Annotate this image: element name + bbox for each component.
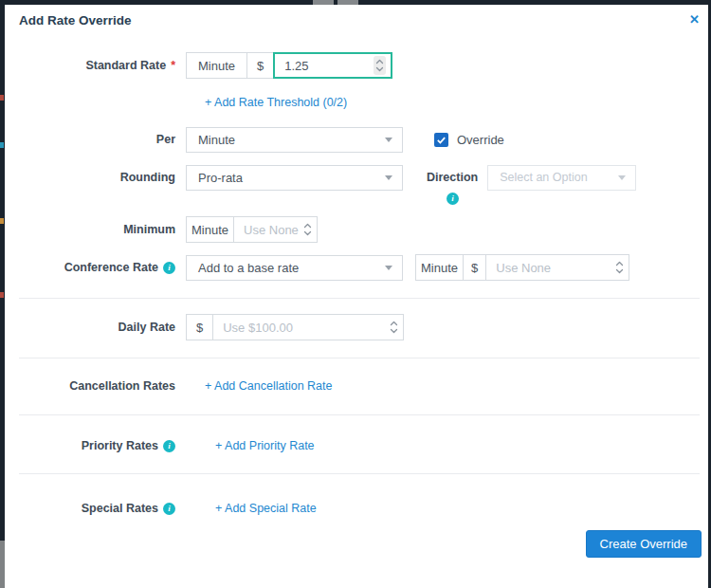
section-divider bbox=[19, 358, 700, 358]
conference-rate-unit-addon: Minute bbox=[416, 255, 464, 280]
section-divider bbox=[19, 473, 700, 474]
conference-rate-mode-select[interactable]: Add to a base rate bbox=[186, 255, 403, 281]
sidebar-fragment bbox=[0, 95, 4, 101]
conference-rate-label: Conference Ratei bbox=[19, 261, 175, 274]
add-special-rate-link[interactable]: + Add Special Rate bbox=[215, 502, 317, 515]
per-select[interactable]: Minute bbox=[186, 127, 403, 153]
sidebar-fragment bbox=[0, 292, 4, 298]
rounding-select[interactable]: Pro-rata bbox=[186, 165, 403, 191]
priority-rates-row: Priority Ratesi + Add Priority Rate bbox=[19, 434, 315, 457]
priority-rates-label: Priority Ratesi bbox=[19, 439, 175, 452]
standard-rate-label: Standard Rate* bbox=[19, 59, 175, 72]
minimum-number-field bbox=[234, 217, 317, 242]
add-rate-override-modal: Add Rate Override ✕ Standard Rate* Minut… bbox=[5, 5, 708, 588]
rounding-row: Rounding Pro-rata Direction Select an Op… bbox=[19, 164, 636, 191]
modal-title: Add Rate Override bbox=[19, 13, 132, 28]
minimum-label: Minimum bbox=[19, 223, 175, 236]
daily-rate-spinner[interactable] bbox=[390, 321, 398, 334]
section-divider bbox=[19, 298, 700, 299]
daily-rate-label: Daily Rate bbox=[19, 321, 175, 334]
chevron-down-icon bbox=[385, 266, 392, 270]
conference-rate-currency-addon: $ bbox=[464, 255, 486, 280]
sidebar-fragment bbox=[0, 218, 4, 224]
minimum-spinner[interactable] bbox=[303, 223, 312, 236]
add-rate-threshold-link[interactable]: + Add Rate Threshold (0/2) bbox=[205, 96, 347, 109]
daily-rate-row: Daily Rate $ bbox=[19, 314, 404, 340]
daily-rate-input[interactable] bbox=[223, 321, 386, 335]
conference-rate-spinner[interactable] bbox=[615, 261, 624, 274]
cancellation-rates-label: Cancellation Rates bbox=[19, 379, 175, 393]
standard-rate-currency-addon: $ bbox=[247, 53, 274, 78]
standard-rate-number-field bbox=[273, 52, 392, 79]
sidebar-fragment bbox=[0, 142, 4, 148]
chevron-down-icon bbox=[618, 175, 626, 180]
per-label: Per bbox=[19, 133, 175, 146]
special-rates-info-icon[interactable]: i bbox=[163, 503, 175, 515]
minimum-input[interactable] bbox=[244, 223, 300, 237]
override-checkbox[interactable] bbox=[434, 133, 448, 147]
conference-rate-input[interactable] bbox=[496, 261, 611, 275]
chevron-down-icon bbox=[385, 138, 392, 142]
special-rates-row: Special Ratesi + Add Special Rate bbox=[19, 497, 317, 520]
minimum-input-group: Minute bbox=[186, 216, 318, 243]
add-cancellation-rate-link[interactable]: + Add Cancellation Rate bbox=[205, 379, 332, 393]
override-checkbox-label[interactable]: Override bbox=[457, 133, 504, 147]
section-divider bbox=[19, 414, 700, 415]
chevron-down-icon bbox=[385, 175, 392, 180]
minimum-unit-addon: Minute bbox=[187, 217, 234, 242]
standard-rate-spinner[interactable] bbox=[374, 56, 386, 75]
direction-label: Direction bbox=[427, 171, 478, 184]
daily-rate-number-field bbox=[213, 315, 403, 340]
create-override-button[interactable]: Create Override bbox=[586, 530, 702, 558]
override-checkbox-group: Override bbox=[434, 133, 504, 147]
rounding-label: Rounding bbox=[19, 171, 175, 184]
standard-rate-input-group: Minute $ bbox=[186, 52, 392, 79]
conference-rate-input-group: Minute $ bbox=[415, 254, 629, 281]
add-priority-rate-link[interactable]: + Add Priority Rate bbox=[215, 439, 315, 452]
conference-rate-row: Conference Ratei Add to a base rate Minu… bbox=[19, 254, 629, 281]
standard-rate-unit-addon: Minute bbox=[187, 53, 247, 78]
close-icon[interactable]: ✕ bbox=[689, 13, 700, 27]
direction-select[interactable]: Select an Option bbox=[487, 165, 636, 191]
priority-rates-info-icon[interactable]: i bbox=[163, 440, 175, 452]
standard-rate-row: Standard Rate* Minute $ bbox=[19, 52, 392, 79]
conference-rate-info-icon[interactable]: i bbox=[163, 262, 175, 274]
cancellation-rates-row: Cancellation Rates + Add Cancellation Ra… bbox=[19, 375, 332, 397]
daily-rate-currency-addon: $ bbox=[187, 315, 213, 340]
minimum-row: Minimum Minute bbox=[19, 216, 318, 243]
standard-rate-input[interactable] bbox=[284, 59, 370, 73]
daily-rate-input-group: $ bbox=[186, 314, 404, 340]
required-marker: * bbox=[171, 59, 175, 72]
special-rates-label: Special Ratesi bbox=[19, 502, 175, 515]
conference-rate-number-field bbox=[486, 255, 629, 280]
direction-info-icon[interactable]: i bbox=[447, 193, 459, 205]
per-row: Per Minute Override bbox=[19, 126, 504, 153]
